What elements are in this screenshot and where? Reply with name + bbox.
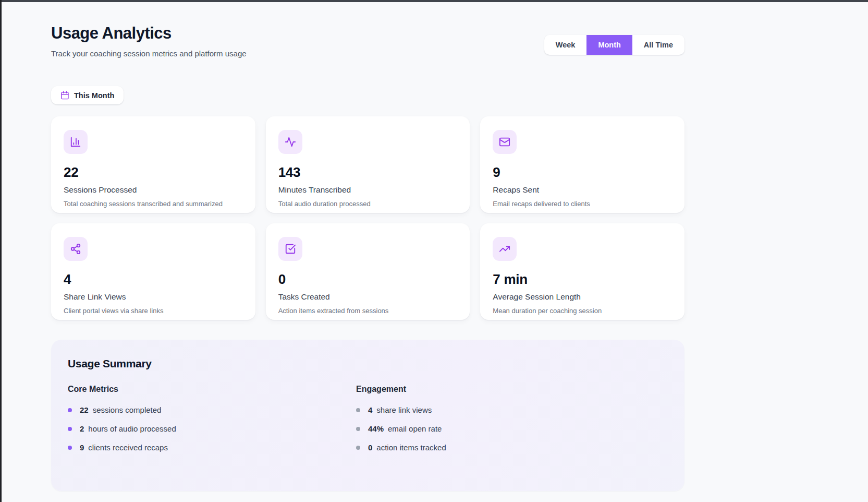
item-value: 9 <box>80 443 84 452</box>
metric-value: 143 <box>278 164 458 181</box>
list-item: 0 action items tracked <box>356 443 668 452</box>
metric-card-minutes-transcribed: 143 Minutes Transcribed Total audio dura… <box>266 116 470 213</box>
metric-label: Recaps Sent <box>493 185 672 195</box>
metric-description: Total audio duration processed <box>278 200 458 208</box>
tab-week[interactable]: Week <box>544 35 587 55</box>
list-item: 22 sessions completed <box>68 405 356 414</box>
item-value: 4 <box>368 405 372 414</box>
bullet-icon <box>356 446 360 450</box>
bullet-icon <box>356 408 360 412</box>
metric-description: Action items extracted from sessions <box>278 307 458 315</box>
activity-icon <box>278 130 302 154</box>
window-frame-left <box>0 0 2 502</box>
engagement-heading: Engagement <box>356 385 668 394</box>
item-text: email open rate <box>388 424 442 433</box>
tab-month[interactable]: Month <box>586 35 632 55</box>
item-value: 44% <box>368 424 384 433</box>
engagement-column: Engagement 4 share link views 44% email … <box>356 385 668 462</box>
item-value: 2 <box>80 424 84 433</box>
item-value: 22 <box>80 405 89 414</box>
page-title: Usage Analytics <box>51 24 247 43</box>
metric-description: Client portal views via share links <box>64 307 243 315</box>
usage-summary-title: Usage Summary <box>68 357 668 370</box>
calendar-icon <box>60 91 69 100</box>
check-square-icon <box>278 237 302 261</box>
usage-summary-columns: Core Metrics 22 sessions completed 2 hou… <box>68 385 668 462</box>
list-item: 2 hours of audio processed <box>68 424 356 433</box>
metric-card-sessions-processed: 22 Sessions Processed Total coaching ses… <box>51 116 255 213</box>
metric-label: Share Link Views <box>64 292 243 302</box>
item-text: share link views <box>376 405 432 414</box>
metric-description: Total coaching sessions transcribed and … <box>64 200 243 208</box>
metric-label: Minutes Transcribed <box>278 185 458 195</box>
item-value: 0 <box>368 443 372 452</box>
metric-description: Email recaps delivered to clients <box>493 200 672 208</box>
metric-label: Tasks Created <box>278 292 458 302</box>
item-text: hours of audio processed <box>88 424 176 433</box>
period-button-label: This Month <box>74 91 114 100</box>
bullet-icon <box>356 427 360 431</box>
page-subtitle: Track your coaching session metrics and … <box>51 49 247 58</box>
usage-summary-panel: Usage Summary Core Metrics 22 sessions c… <box>51 340 684 491</box>
metric-cards-grid: 22 Sessions Processed Total coaching ses… <box>51 116 684 320</box>
period-button[interactable]: This Month <box>51 86 124 104</box>
metric-value: 22 <box>64 164 243 181</box>
metric-value: 7 min <box>493 271 672 288</box>
list-item: 44% email open rate <box>356 424 668 433</box>
metric-description: Mean duration per coaching session <box>493 307 672 315</box>
bar-chart-icon <box>64 130 88 154</box>
metric-value: 9 <box>493 164 672 181</box>
metric-card-average-session-length: 7 min Average Session Length Mean durati… <box>480 223 684 320</box>
page-heading-block: Usage Analytics Track your coaching sess… <box>51 24 247 58</box>
share-icon <box>64 237 88 261</box>
page-header: Usage Analytics Track your coaching sess… <box>51 24 684 58</box>
bullet-icon <box>68 408 72 412</box>
item-text: sessions completed <box>93 405 162 414</box>
bullet-icon <box>68 446 72 450</box>
metric-label: Sessions Processed <box>64 185 243 195</box>
metric-label: Average Session Length <box>493 292 672 302</box>
metric-value: 0 <box>278 271 458 288</box>
core-metrics-heading: Core Metrics <box>68 385 356 394</box>
bullet-icon <box>68 427 72 431</box>
item-text: clients received recaps <box>88 443 168 452</box>
trending-up-icon <box>493 237 517 261</box>
metric-card-recaps-sent: 9 Recaps Sent Email recaps delivered to … <box>480 116 684 213</box>
mail-icon <box>493 130 517 154</box>
list-item: 9 clients received recaps <box>68 443 356 452</box>
metric-card-share-link-views: 4 Share Link Views Client portal views v… <box>51 223 255 320</box>
core-metrics-column: Core Metrics 22 sessions completed 2 hou… <box>68 385 356 462</box>
window-frame-top <box>0 0 868 2</box>
item-text: action items tracked <box>376 443 446 452</box>
metric-value: 4 <box>64 271 243 288</box>
time-range-tabs: Week Month All Time <box>544 35 684 55</box>
engagement-list: 4 share link views 44% email open rate 0… <box>356 405 668 452</box>
list-item: 4 share link views <box>356 405 668 414</box>
tab-all-time[interactable]: All Time <box>632 35 684 55</box>
metric-card-tasks-created: 0 Tasks Created Action items extracted f… <box>266 223 470 320</box>
core-metrics-list: 22 sessions completed 2 hours of audio p… <box>68 405 356 452</box>
analytics-page: Usage Analytics Track your coaching sess… <box>51 24 684 491</box>
